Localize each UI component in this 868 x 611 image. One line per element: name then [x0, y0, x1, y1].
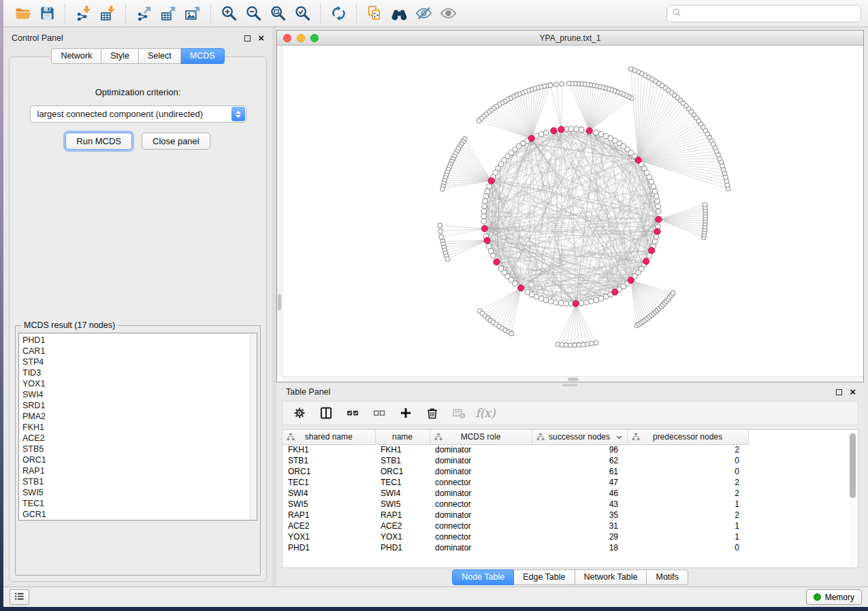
node-table-row[interactable]: TEC1TEC1connector472: [283, 477, 748, 488]
column-header-predecessor-nodes[interactable]: predecessor nodes: [627, 430, 748, 444]
node-table-row[interactable]: SWI4SWI4dominator462: [283, 488, 748, 499]
mcds-result-item[interactable]: PHD1: [22, 335, 248, 346]
toolbar-separator: [356, 4, 357, 23]
mcds-result-item[interactable]: CAR1: [22, 346, 248, 357]
table-scrollbar[interactable]: [849, 432, 856, 565]
network-canvas[interactable]: [277, 46, 863, 382]
mcds-result-item[interactable]: STP4: [22, 357, 248, 367]
column-type-icon: [536, 432, 545, 442]
column-header-mcds-role[interactable]: MCDS role: [430, 430, 532, 444]
status-list-button[interactable]: [10, 589, 29, 605]
node-table-row[interactable]: SWI5SWI5connector431: [283, 499, 748, 510]
create-column-button[interactable]: [396, 403, 416, 423]
duplicate-network-button[interactable]: [362, 3, 387, 24]
export-network-button[interactable]: [131, 3, 156, 24]
network-vertical-scrollbar[interactable]: [277, 46, 283, 376]
node-table-row[interactable]: ORC1ORC1dominator610: [283, 466, 748, 477]
zoom-out-icon: [245, 5, 262, 22]
cell-predecessor-nodes: 0: [627, 455, 748, 466]
tab-node-table[interactable]: Node Table: [452, 569, 514, 585]
network-graph[interactable]: [277, 46, 863, 382]
cell-shared-name: SWI5: [283, 499, 375, 510]
close-window-icon[interactable]: [283, 34, 291, 42]
mcds-result-item[interactable]: FKH1: [22, 422, 248, 433]
zoom-window-icon[interactable]: [310, 34, 319, 42]
column-header-successor-nodes[interactable]: successor nodes: [532, 430, 627, 444]
node-table-row[interactable]: YOX1YOX1connector291: [283, 531, 748, 542]
column-header-name[interactable]: name: [375, 430, 430, 444]
mcds-result-item[interactable]: SWI5: [22, 487, 248, 498]
zoom-fit-icon: [270, 5, 287, 22]
export-image-button[interactable]: [180, 3, 205, 24]
tab-select[interactable]: Select: [139, 48, 181, 64]
mcds-result-item[interactable]: PMA2: [22, 411, 248, 422]
mcds-result-item[interactable]: GCR1: [22, 509, 248, 520]
table-panel-splitter-handle[interactable]: [562, 384, 577, 386]
table-panel: Table Panel × f(x) shared namenameMCDS r…: [276, 384, 864, 587]
deselect-all-rows-button[interactable]: [369, 403, 389, 423]
show-columns-button[interactable]: [316, 403, 336, 423]
table-mode-gear-button[interactable]: [289, 403, 310, 423]
table-scroll-thumb[interactable]: [850, 433, 856, 498]
open-file-button[interactable]: [10, 3, 35, 24]
criterion-select[interactable]: largest connected component (undirected): [30, 105, 246, 122]
mcds-result-item[interactable]: STB5: [22, 444, 248, 455]
network-vscroll-thumb[interactable]: [278, 294, 281, 310]
mcds-result-item[interactable]: SRD1: [22, 400, 248, 411]
column-label: name: [376, 432, 430, 442]
mcds-result-item[interactable]: ACE2: [22, 433, 248, 444]
tab-motifs[interactable]: Motifs: [647, 569, 688, 585]
show-all-button[interactable]: [436, 3, 460, 24]
node-table-row[interactable]: RAP1RAP1dominator352: [283, 510, 748, 521]
zoom-fit-button[interactable]: [266, 3, 290, 24]
save-session-button[interactable]: [35, 3, 59, 24]
tab-network-table[interactable]: Network Table: [575, 569, 647, 585]
cell-mcds-role: connector: [430, 477, 532, 488]
deselect-all-rows-icon: [372, 406, 386, 420]
mcds-result-item[interactable]: TEC1: [22, 498, 248, 509]
zoom-out-button[interactable]: [241, 3, 266, 24]
node-table-row[interactable]: FKH1FKH1dominator962: [283, 444, 748, 455]
zoom-selected-button[interactable]: [290, 3, 315, 24]
close-panel-button[interactable]: Close panel: [142, 133, 210, 150]
mcds-result-item[interactable]: STB1: [22, 476, 248, 487]
mcds-result-list[interactable]: PHD1CAR1STP4TID3YOX1SWI4SRD1PMA2FKH1ACE2…: [18, 333, 257, 521]
tab-edge-table[interactable]: Edge Table: [514, 569, 575, 585]
minimize-window-icon[interactable]: [297, 34, 305, 42]
mcds-result-item[interactable]: SWI4: [22, 389, 248, 400]
mcds-result-item[interactable]: TID3: [22, 367, 248, 378]
mcds-result-item[interactable]: YOX1: [22, 378, 248, 389]
tab-network[interactable]: Network: [51, 48, 101, 64]
zoom-in-button[interactable]: [216, 3, 241, 24]
run-mcds-button[interactable]: Run MCDS: [65, 133, 132, 150]
cell-name: FKH1: [375, 444, 430, 455]
export-table-button[interactable]: [156, 3, 180, 24]
first-neighbors-button[interactable]: [387, 3, 411, 24]
node-table-row[interactable]: ACE2ACE2connector311: [283, 521, 748, 531]
result-list-scrollbar[interactable]: [250, 334, 256, 519]
delete-columns-button[interactable]: [422, 403, 443, 423]
column-header-shared-name[interactable]: shared name: [283, 430, 375, 444]
float-table-panel-icon[interactable]: [836, 389, 842, 395]
close-panel-icon[interactable]: ×: [258, 35, 264, 42]
cell-predecessor-nodes: 1: [627, 531, 748, 542]
node-table-row[interactable]: PHD1PHD1dominator180: [283, 542, 748, 553]
close-table-panel-icon[interactable]: ×: [850, 389, 856, 395]
network-hscroll-thumb[interactable]: [568, 378, 579, 381]
select-all-rows-button[interactable]: [342, 403, 363, 423]
search-input[interactable]: [685, 9, 856, 18]
apply-layout-button[interactable]: [326, 3, 351, 24]
import-network-button[interactable]: [71, 3, 95, 24]
node-table-row[interactable]: STB1STB1dominator620: [283, 455, 748, 466]
mcds-result-item[interactable]: ORC1: [22, 455, 248, 465]
float-window-icon[interactable]: [244, 35, 251, 42]
search-box[interactable]: [666, 5, 861, 22]
mcds-result-item[interactable]: RAP1: [22, 465, 248, 476]
tab-mcds[interactable]: MCDS: [181, 48, 225, 64]
network-horizontal-scrollbar[interactable]: [283, 376, 863, 382]
memory-button[interactable]: Memory: [806, 589, 862, 605]
tab-style[interactable]: Style: [101, 48, 139, 64]
import-table-button[interactable]: [95, 3, 120, 24]
hide-selected-button[interactable]: [411, 3, 436, 24]
cell-name: TEC1: [375, 477, 430, 488]
